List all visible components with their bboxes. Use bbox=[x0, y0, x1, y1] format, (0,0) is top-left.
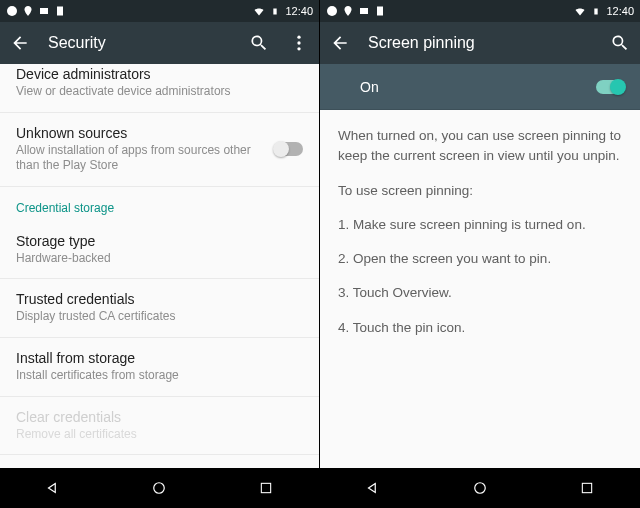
unknown-sources-switch[interactable] bbox=[275, 142, 303, 156]
status-icon-1 bbox=[38, 5, 50, 17]
appbar-security: Security bbox=[0, 22, 319, 64]
svg-point-7 bbox=[154, 483, 165, 494]
svg-point-5 bbox=[297, 41, 300, 44]
appbar-title: Screen pinning bbox=[368, 34, 592, 52]
item-install-from-storage[interactable]: Install from storage Install certificate… bbox=[0, 338, 319, 397]
body-text: When turned on, you can use screen pinni… bbox=[320, 110, 640, 368]
appbar-screen-pinning: Screen pinning bbox=[320, 22, 640, 64]
svg-point-0 bbox=[7, 6, 17, 16]
statusbar-time: 12:40 bbox=[606, 5, 634, 17]
item-clear-credentials: Clear credentials Remove all certificate… bbox=[0, 397, 319, 456]
location-icon bbox=[342, 5, 354, 17]
item-device-administrators[interactable]: Device administrators View or deactivate… bbox=[0, 64, 319, 113]
item-title: Storage type bbox=[16, 233, 303, 249]
screen-pinning-switch[interactable] bbox=[596, 80, 624, 94]
svg-rect-1 bbox=[40, 8, 48, 14]
step-4: 4. Touch the pin icon. bbox=[338, 318, 622, 338]
svg-point-9 bbox=[327, 6, 337, 16]
search-button[interactable] bbox=[247, 31, 271, 55]
intro-text: When turned on, you can use screen pinni… bbox=[338, 126, 622, 167]
item-trusted-credentials[interactable]: Trusted credentials Display trusted CA c… bbox=[0, 279, 319, 338]
statusbar-left-icons bbox=[326, 5, 386, 17]
statusbar: 12:40 bbox=[0, 0, 319, 22]
overflow-button[interactable] bbox=[287, 31, 311, 55]
toggle-label: On bbox=[360, 79, 379, 95]
wifi-icon bbox=[574, 5, 586, 17]
step-1: 1. Make sure screen pinning is turned on… bbox=[338, 215, 622, 235]
step-2: 2. Open the screen you want to pin. bbox=[338, 249, 622, 269]
statusbar: 12:40 bbox=[320, 0, 640, 22]
item-subtitle: View or deactivate device administrators bbox=[16, 84, 303, 100]
battery-icon bbox=[590, 5, 602, 17]
location-icon bbox=[22, 5, 34, 17]
item-subtitle: Hardware-backed bbox=[16, 251, 303, 267]
svg-rect-2 bbox=[57, 7, 63, 16]
wifi-icon bbox=[253, 5, 265, 17]
item-title: Clear credentials bbox=[16, 409, 303, 425]
appbar-title: Security bbox=[48, 34, 231, 52]
navbar bbox=[320, 468, 640, 508]
search-button[interactable] bbox=[608, 31, 632, 55]
nav-home-button[interactable] bbox=[139, 468, 179, 508]
svg-rect-10 bbox=[360, 8, 368, 14]
battery-icon bbox=[269, 5, 281, 17]
step-3: 3. Touch Overview. bbox=[338, 283, 622, 303]
statusbar-time: 12:40 bbox=[285, 5, 313, 17]
status-icon-1 bbox=[358, 5, 370, 17]
navbar bbox=[0, 468, 319, 508]
svg-point-6 bbox=[297, 47, 300, 50]
notif-icon bbox=[326, 5, 338, 17]
item-storage-type[interactable]: Storage type Hardware-backed bbox=[0, 221, 319, 280]
svg-rect-3 bbox=[274, 8, 277, 14]
statusbar-right: 12:40 bbox=[253, 5, 313, 17]
item-subtitle: Remove all certificates bbox=[16, 427, 303, 443]
item-title: Trusted credentials bbox=[16, 291, 303, 307]
item-unknown-sources[interactable]: Unknown sources Allow installation of ap… bbox=[0, 113, 319, 187]
phone-security: 12:40 Security Device administrators Vie… bbox=[0, 0, 320, 508]
item-title: Device administrators bbox=[16, 66, 303, 82]
statusbar-left-icons bbox=[6, 5, 66, 17]
svg-rect-14 bbox=[582, 483, 591, 492]
howto-text: To use screen pinning: bbox=[338, 181, 622, 201]
item-title: Unknown sources bbox=[16, 125, 303, 141]
phone-screen-pinning: 12:40 Screen pinning On When turned on, … bbox=[320, 0, 640, 508]
back-button[interactable] bbox=[8, 31, 32, 55]
toggle-bar[interactable]: On bbox=[320, 64, 640, 110]
header-credential-storage: Credential storage bbox=[0, 187, 319, 221]
nav-overview-button[interactable] bbox=[246, 468, 286, 508]
item-subtitle: Allow installation of apps from sources … bbox=[16, 143, 303, 174]
header-advanced: Advanced bbox=[0, 455, 319, 468]
settings-list[interactable]: Device administrators View or deactivate… bbox=[0, 64, 319, 468]
back-button[interactable] bbox=[328, 31, 352, 55]
svg-rect-8 bbox=[261, 483, 270, 492]
svg-rect-11 bbox=[377, 7, 383, 16]
svg-rect-12 bbox=[595, 8, 598, 14]
statusbar-right: 12:40 bbox=[574, 5, 634, 17]
svg-point-4 bbox=[297, 36, 300, 39]
nav-back-button[interactable] bbox=[353, 468, 393, 508]
screen-pinning-content: When turned on, you can use screen pinni… bbox=[320, 110, 640, 468]
notif-icon bbox=[6, 5, 18, 17]
status-icon-2 bbox=[54, 5, 66, 17]
item-subtitle: Display trusted CA certificates bbox=[16, 309, 303, 325]
nav-overview-button[interactable] bbox=[567, 468, 607, 508]
item-subtitle: Install certificates from storage bbox=[16, 368, 303, 384]
nav-home-button[interactable] bbox=[460, 468, 500, 508]
nav-back-button[interactable] bbox=[33, 468, 73, 508]
svg-point-13 bbox=[475, 483, 486, 494]
status-icon-2 bbox=[374, 5, 386, 17]
item-title: Install from storage bbox=[16, 350, 303, 366]
